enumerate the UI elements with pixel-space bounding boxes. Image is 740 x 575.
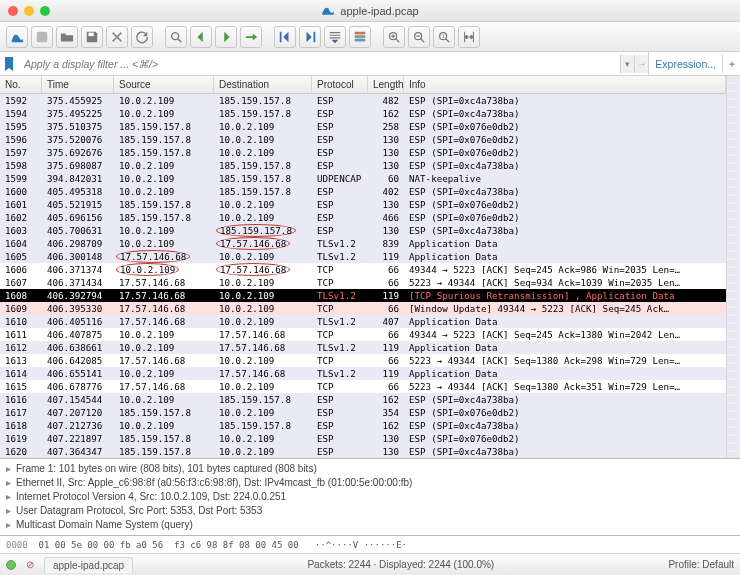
svg-rect-1 [89,32,94,36]
packet-row[interactable]: 1608406.39279417.57.146.6810.0.2.109TLSv… [0,289,726,302]
packet-row[interactable]: 1619407.221897185.159.157.810.0.2.109ESP… [0,432,726,445]
expert-info-icon[interactable] [6,560,16,570]
packet-details[interactable]: ▸Frame 1: 101 bytes on wire (808 bits), … [0,458,740,536]
detail-tree-item[interactable]: ▸Frame 1: 101 bytes on wire (808 bits), … [6,462,734,476]
svg-text:1: 1 [442,32,445,38]
packet-row[interactable]: 1605406.30014817.57.146.6810.0.2.109TLSv… [0,250,726,263]
packet-count-label: Packets: 2244 · Displayed: 2244 (100.0%) [307,559,494,570]
packet-row[interactable]: 1603405.70063110.0.2.109185.159.157.8ESP… [0,224,726,237]
packet-row[interactable]: 1617407.207120185.159.157.810.0.2.109ESP… [0,406,726,419]
col-len[interactable]: Length [368,76,404,93]
svg-rect-6 [355,35,366,38]
packet-list[interactable]: No. Time Source Destination Protocol Len… [0,76,726,458]
hex-row[interactable]: 0000 01 00 5e 00 00 fb a0 56 f3 c6 98 8f… [6,539,734,551]
profile-label[interactable]: Profile: Default [668,559,734,570]
detail-tree-item[interactable]: ▸Internet Protocol Version 4, Src: 10.0.… [6,490,734,504]
packet-row[interactable]: 1616407.15454410.0.2.109185.159.157.8ESP… [0,393,726,406]
next-packet-icon[interactable] [215,26,237,48]
col-proto[interactable]: Protocol [312,76,368,93]
packet-row[interactable]: 1597375.692676185.159.157.810.0.2.109ESP… [0,146,726,159]
expression-button[interactable]: Expression... [648,52,722,75]
colorize-icon[interactable] [349,26,371,48]
col-src[interactable]: Source [114,76,214,93]
bookmark-icon[interactable] [0,55,18,73]
cancel-icon[interactable]: ⊘ [26,559,34,570]
packet-row[interactable]: 1606406.37137410.0.2.10917.57.146.68TCP6… [0,263,726,276]
packet-row[interactable]: 1602405.696156185.159.157.810.0.2.109ESP… [0,211,726,224]
resize-columns-icon[interactable] [458,26,480,48]
svg-rect-7 [355,38,366,41]
display-filter-input[interactable] [18,55,620,73]
packet-row[interactable]: 1594375.49522510.0.2.109185.159.157.8ESP… [0,107,726,120]
window-title: apple-ipad.pcap [0,3,740,19]
add-filter-button[interactable]: ＋ [722,55,740,73]
start-capture-icon[interactable] [6,26,28,48]
status-bar: ⊘ apple-ipad.pcap Packets: 2244 · Displa… [0,553,740,575]
packet-row[interactable]: 1611406.40787510.0.2.10917.57.146.68TCP6… [0,328,726,341]
last-packet-icon[interactable] [299,26,321,48]
packet-row[interactable]: 1607406.37143417.57.146.6810.0.2.109TCP6… [0,276,726,289]
open-file-icon[interactable] [56,26,78,48]
col-no[interactable]: No. [0,76,42,93]
auto-scroll-icon[interactable] [324,26,346,48]
svg-rect-5 [355,31,366,34]
zoom-reset-icon[interactable]: 1 [433,26,455,48]
col-time[interactable]: Time [42,76,114,93]
reload-icon[interactable] [131,26,153,48]
main-toolbar: 1 [0,22,740,52]
packet-row[interactable]: 1600405.49531810.0.2.109185.159.157.8ESP… [0,185,726,198]
packet-row[interactable]: 1615406.67877617.57.146.6810.0.2.109TCP6… [0,380,726,393]
svg-rect-4 [314,31,316,42]
packet-row[interactable]: 1598375.69808710.0.2.109185.159.157.8ESP… [0,159,726,172]
detail-tree-item[interactable]: ▸Multicast Domain Name System (query) [6,518,734,532]
packet-row[interactable]: 1613406.64208517.57.146.6810.0.2.109TCP6… [0,354,726,367]
first-packet-icon[interactable] [274,26,296,48]
col-dst[interactable]: Destination [214,76,312,93]
prev-packet-icon[interactable] [190,26,212,48]
col-info[interactable]: Info [404,76,726,93]
packet-row[interactable]: 1620407.364347185.159.157.810.0.2.109ESP… [0,445,726,458]
filter-bar: ▾ → Expression... ＋ [0,52,740,76]
detail-tree-item[interactable]: ▸Ethernet II, Src: Apple_c6:98:8f (a0:56… [6,476,734,490]
stop-capture-icon[interactable] [31,26,53,48]
packet-row[interactable]: 1601405.521915185.159.157.810.0.2.109ESP… [0,198,726,211]
packet-minimap[interactable] [726,76,740,458]
goto-packet-icon[interactable] [240,26,262,48]
svg-rect-0 [37,31,48,42]
packet-row[interactable]: 1596375.520076185.159.157.810.0.2.109ESP… [0,133,726,146]
save-file-icon[interactable] [81,26,103,48]
packet-rows[interactable]: 1592375.45592510.0.2.109185.159.157.8ESP… [0,94,726,458]
wireshark-icon [321,3,335,19]
titlebar: apple-ipad.pcap [0,0,740,22]
packet-row[interactable]: 1614406.65514110.0.2.10917.57.146.68TLSv… [0,367,726,380]
packet-row[interactable]: 1612406.63866110.0.2.10917.57.146.68TLSv… [0,341,726,354]
find-icon[interactable] [165,26,187,48]
title-text: apple-ipad.pcap [340,5,418,17]
packet-row[interactable]: 1599394.84203110.0.2.109185.159.157.8UDP… [0,172,726,185]
packet-row[interactable]: 1610406.40511617.57.146.6810.0.2.109TLSv… [0,315,726,328]
packet-row[interactable]: 1604406.29870910.0.2.10917.57.146.68TLSv… [0,237,726,250]
zoom-in-icon[interactable] [383,26,405,48]
zoom-out-icon[interactable] [408,26,430,48]
packet-row[interactable]: 1609406.39533017.57.146.6810.0.2.109TCP6… [0,302,726,315]
filter-history-dropdown[interactable]: ▾ [620,55,634,73]
packet-bytes[interactable]: 0000 01 00 5e 00 00 fb a0 56 f3 c6 98 8f… [0,536,740,553]
close-file-icon[interactable] [106,26,128,48]
detail-tree-item[interactable]: ▸User Datagram Protocol, Src Port: 5353,… [6,504,734,518]
packet-row[interactable]: 1618407.21273610.0.2.109185.159.157.8ESP… [0,419,726,432]
packet-list-wrap: No. Time Source Destination Protocol Len… [0,76,740,458]
app-window: apple-ipad.pcap 1 ▾ → Expression... ＋ [0,0,740,575]
apply-filter-icon[interactable]: → [634,55,648,73]
svg-point-2 [172,32,179,39]
packet-list-header[interactable]: No. Time Source Destination Protocol Len… [0,76,726,94]
packet-row[interactable]: 1592375.45592510.0.2.109185.159.157.8ESP… [0,94,726,107]
packet-row[interactable]: 1595375.510375185.159.157.810.0.2.109ESP… [0,120,726,133]
status-tab[interactable]: apple-ipad.pcap [44,557,133,573]
svg-rect-3 [280,31,282,42]
